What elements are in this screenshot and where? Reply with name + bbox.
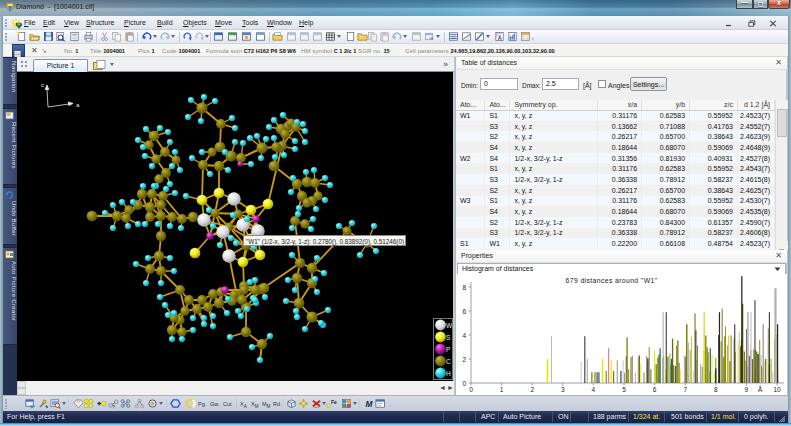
svg-text:H: H [446, 370, 451, 377]
svg-text:4: 4 [592, 386, 596, 393]
svg-text:5: 5 [622, 386, 626, 393]
svg-text:9: 9 [745, 386, 749, 393]
svg-text:0: 0 [469, 386, 473, 393]
svg-text:a: a [76, 102, 80, 108]
svg-text:M: M [365, 400, 373, 409]
svg-text:2: 2 [462, 356, 466, 363]
svg-text:4: 4 [462, 332, 466, 339]
svg-text:3: 3 [561, 386, 565, 393]
svg-text:10: 10 [773, 386, 781, 393]
svg-text:c: c [41, 82, 44, 88]
svg-text:7: 7 [683, 386, 687, 393]
svg-text:Å: Å [758, 385, 763, 393]
svg-text:6: 6 [462, 308, 466, 315]
svg-text:2: 2 [530, 386, 534, 393]
svg-text:P: P [446, 346, 450, 353]
svg-text:Fe: Fe [331, 399, 337, 405]
svg-text:S: S [446, 334, 451, 341]
svg-text:8: 8 [714, 386, 718, 393]
svg-text:?: ? [113, 405, 116, 409]
svg-text:C: C [446, 358, 451, 365]
svg-text:1: 1 [500, 386, 504, 393]
svg-text:W: W [446, 322, 452, 329]
svg-text:6: 6 [653, 386, 657, 393]
svg-text:A: A [498, 35, 502, 41]
svg-text:0: 0 [462, 380, 466, 387]
svg-text:8: 8 [462, 284, 466, 291]
